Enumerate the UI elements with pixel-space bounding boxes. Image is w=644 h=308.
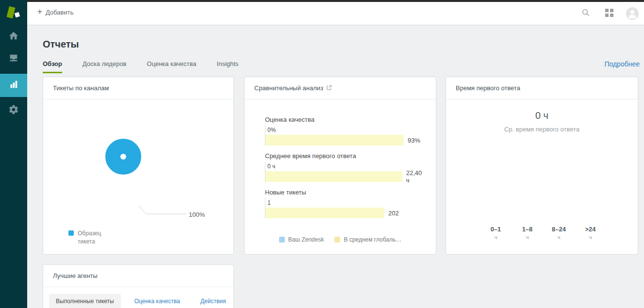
profile-button[interactable]	[621, 2, 644, 25]
add-button-label: Добавить	[46, 9, 73, 16]
benchmark-global-value: 202	[388, 210, 399, 217]
bucket-over-24: >24 ч	[575, 226, 606, 240]
tab-satisfaction[interactable]: Оценка качества	[147, 60, 197, 73]
first-reply-caption: Ср. время первого ответа	[446, 126, 638, 133]
bucket-unit: ч	[512, 234, 543, 240]
card-first-reply-time: Время первого ответа 0 ч Ср. время перво…	[446, 77, 638, 255]
page-title: Отчеты	[43, 39, 79, 50]
benchmark-group-label: Оценка качества	[265, 116, 426, 123]
benchmark-global-bar[interactable]	[265, 135, 404, 146]
benchmark-global-value: 93%	[408, 137, 420, 144]
card-tickets-by-channel: Тикеты по каналам 100% Образец тикета	[43, 77, 234, 255]
bucket-8-24: 8–24 ч	[543, 226, 575, 240]
bucket-unit: ч	[575, 234, 606, 240]
views-icon	[8, 53, 19, 65]
card-first-reply-title: Время первого ответа	[456, 84, 520, 92]
sidebar-item-views[interactable]	[0, 49, 27, 70]
sidebar	[0, 0, 27, 308]
legend-item-your-zendesk[interactable]: Ваш Zendesk	[279, 236, 324, 243]
details-link[interactable]: Подробнее	[604, 60, 640, 68]
bucket-range: 0–1	[480, 226, 512, 233]
benchmark-yours-value: 0%	[267, 127, 276, 133]
benchmark-group-satisfaction: Оценка качества 0% 93%	[265, 116, 426, 146]
bucket-range: >24	[575, 226, 606, 233]
card-benchmark-title: Сравнительный анализ	[254, 84, 323, 92]
zendesk-logo[interactable]	[5, 5, 22, 22]
tab-insights[interactable]: Insights	[217, 60, 239, 73]
topbar: Добавить	[27, 2, 644, 25]
card-top-agents: Лучшие агенты Выполненные тикеты Оценка …	[43, 264, 234, 308]
apps-button[interactable]	[597, 2, 621, 25]
gear-icon	[8, 104, 19, 117]
report-tabs: Обзор Доска лидеров Оценка качества Insi…	[43, 60, 238, 73]
bucket-unit: ч	[480, 234, 512, 240]
logo-green-shape	[6, 6, 15, 18]
add-button[interactable]: Добавить	[37, 9, 73, 16]
tab-leaderboard[interactable]: Доска лидеров	[83, 60, 127, 73]
benchmark-legend: Ваш Zendesk В среднем глобаль…	[245, 236, 436, 243]
donut-leader-line	[43, 77, 234, 255]
bucket-unit: ч	[543, 234, 575, 240]
legend-label: В среднем глобаль…	[344, 236, 401, 243]
bar-chart-icon	[8, 79, 19, 92]
benchmark-group-new-tickets: Новые тикеты 1 202	[265, 189, 426, 218]
sidebar-item-reports[interactable]	[0, 74, 27, 97]
avatar	[626, 7, 639, 20]
benchmark-group-label: Новые тикеты	[265, 189, 426, 196]
benchmark-yours-value: 0 ч	[267, 163, 275, 170]
card-tickets-title: Тикеты по каналам	[53, 84, 109, 92]
bucket-range: 1–8	[512, 226, 543, 233]
card-benchmark: Сравнительный анализ Оценка качества 0% …	[244, 77, 436, 255]
search-button[interactable]	[574, 2, 597, 25]
plus-icon	[37, 9, 43, 16]
benchmark-global-bar[interactable]	[265, 171, 402, 182]
legend-label: Ваш Zendesk	[288, 236, 324, 243]
donut-legend-label: Образец тикета	[78, 229, 109, 246]
tab-overview[interactable]: Обзор	[43, 60, 62, 73]
donut-chart[interactable]	[105, 139, 141, 175]
donut-legend[interactable]: Образец тикета	[68, 229, 109, 246]
tab-actions[interactable]: Действия	[194, 294, 233, 308]
tab-satisfaction-rating[interactable]: Оценка качества	[128, 294, 187, 308]
legend-swatch-blue	[279, 237, 285, 243]
benchmark-yours-value: 1	[267, 199, 271, 206]
tab-solved-tickets[interactable]: Выполненные тикеты	[49, 294, 121, 308]
benchmark-group-first-reply: Среднее время первого ответа 0 ч 22,40 ч	[265, 152, 426, 182]
benchmark-global-bar[interactable]	[265, 208, 384, 218]
sidebar-item-home[interactable]	[0, 26, 27, 48]
benchmark-group-label: Среднее время первого ответа	[265, 152, 426, 160]
legend-item-global-average[interactable]: В среднем глобаль…	[334, 236, 401, 243]
bucket-1-8: 1–8 ч	[512, 226, 543, 240]
sidebar-item-settings[interactable]	[0, 100, 27, 121]
donut-slice-label: 100%	[189, 211, 205, 218]
home-icon	[8, 31, 19, 43]
bucket-range: 8–24	[543, 226, 575, 233]
external-link-icon[interactable]	[326, 85, 332, 92]
legend-swatch-yellow	[334, 237, 340, 243]
card-top-agents-title: Лучшие агенты	[53, 272, 98, 279]
top-agents-tabs: Выполненные тикеты Оценка качества Дейст…	[49, 294, 232, 308]
first-reply-buckets: 0–1 ч 1–8 ч 8–24 ч >24 ч	[480, 226, 606, 240]
grid-icon	[605, 9, 613, 19]
logo-white-shape	[15, 12, 20, 17]
bucket-0-1: 0–1 ч	[480, 226, 512, 240]
first-reply-value: 0 ч	[446, 110, 638, 121]
benchmark-global-value: 22,40 ч	[406, 169, 426, 184]
search-icon	[581, 8, 590, 19]
legend-swatch-blue	[68, 230, 74, 236]
